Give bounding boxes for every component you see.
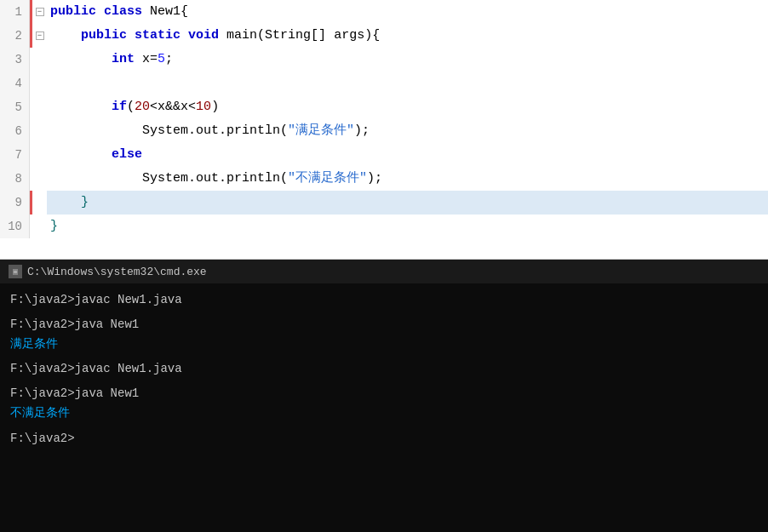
- token: if: [50, 100, 127, 114]
- collapse-icon[interactable]: −: [36, 31, 44, 40]
- line-gutter[interactable]: −: [30, 24, 47, 48]
- code-line-4: 4: [0, 72, 768, 95]
- line-content: System.out.println("不满足条件");: [47, 167, 768, 191]
- token: println: [226, 171, 280, 186]
- code-line-3: 3 int x=5;: [0, 48, 768, 72]
- token: &&: [165, 100, 181, 114]
- line-number: 5: [0, 95, 30, 119]
- line-content: public static void main(String[] args){: [47, 24, 768, 48]
- token: (: [280, 171, 288, 186]
- line-content: if(20<x&&x<10): [47, 95, 768, 119]
- terminal-line: F:\java2>javac New1.java: [10, 359, 758, 379]
- line-gutter: [30, 215, 47, 238]
- token: .out.: [188, 171, 226, 186]
- terminal-line: 满足条件: [10, 335, 758, 354]
- line-gutter: [30, 119, 47, 143]
- token: 5: [158, 52, 165, 66]
- token: args: [326, 28, 364, 43]
- line-gutter: [30, 143, 47, 167]
- terminal-body: F:\java2>javac New1.javaF:\java2>java Ne…: [0, 283, 768, 455]
- token: System: [50, 171, 188, 186]
- line-number: 1: [0, 0, 30, 24]
- code-lines: 1−public class New1{2− public static voi…: [0, 0, 768, 259]
- token: 20: [135, 100, 150, 114]
- token: .out.: [188, 123, 226, 138]
- code-line-1: 1−public class New1{: [0, 0, 768, 24]
- token: x: [142, 52, 150, 66]
- token: class: [104, 4, 150, 19]
- line-number: 9: [0, 191, 30, 215]
- line-content: }: [47, 215, 768, 238]
- token: ): [211, 100, 219, 114]
- code-line-8: 8 System.out.println("不满足条件");: [0, 167, 768, 191]
- token: ;: [165, 52, 173, 66]
- token: String: [265, 28, 311, 43]
- line-number: 2: [0, 24, 30, 48]
- token: main: [226, 28, 257, 43]
- code-line-10: 10}: [0, 215, 768, 238]
- token: ){: [364, 28, 380, 43]
- token: else: [50, 147, 142, 162]
- token: System: [50, 123, 188, 138]
- cmd-icon: ▣: [9, 265, 22, 278]
- line-content: int x=5;: [47, 48, 768, 72]
- line-number: 4: [0, 72, 30, 95]
- token: }: [50, 195, 89, 209]
- token: (: [127, 100, 135, 114]
- token: (: [280, 123, 288, 138]
- token: {: [181, 4, 188, 19]
- terminal-line: F:\java2>java New1: [10, 315, 758, 335]
- token: New1: [150, 4, 181, 19]
- token: []: [311, 28, 326, 43]
- line-gutter: [30, 95, 47, 119]
- token: int: [50, 52, 142, 66]
- terminal-line: 不满足条件: [10, 403, 758, 423]
- token: x: [181, 100, 188, 114]
- terminal-line: F:\java2>: [10, 429, 758, 449]
- line-content: else: [47, 143, 768, 167]
- line-gutter: [30, 72, 47, 95]
- code-editor: 1−public class New1{2− public static voi…: [0, 0, 768, 260]
- line-content: }: [47, 191, 768, 215]
- line-gutter[interactable]: −: [30, 0, 47, 24]
- token: static: [135, 28, 188, 43]
- line-content: System.out.println("满足条件");: [47, 119, 768, 143]
- terminal-title: C:\Windows\system32\cmd.exe: [27, 266, 207, 278]
- line-gutter: [30, 167, 47, 191]
- line-gutter: [30, 48, 47, 72]
- token: (: [257, 28, 265, 43]
- line-number: 6: [0, 119, 30, 143]
- terminal-titlebar: ▣ C:\Windows\system32\cmd.exe: [0, 260, 768, 283]
- token: );: [354, 123, 370, 138]
- token: <x: [150, 100, 165, 114]
- terminal-line: F:\java2>javac New1.java: [10, 290, 758, 310]
- line-content: public class New1{: [47, 0, 768, 24]
- code-line-6: 6 System.out.println("满足条件");: [0, 119, 768, 143]
- token: <: [188, 100, 196, 114]
- terminal-line: F:\java2>java New1: [10, 384, 758, 403]
- token: void: [188, 28, 226, 43]
- token: );: [367, 171, 382, 186]
- token: 10: [196, 100, 211, 114]
- code-line-9: 9 }: [0, 191, 768, 215]
- code-line-7: 7 else: [0, 143, 768, 167]
- line-number: 10: [0, 215, 30, 238]
- token: println: [226, 123, 280, 138]
- terminal-window: ▣ C:\Windows\system32\cmd.exe F:\java2>j…: [0, 260, 768, 532]
- line-number: 7: [0, 143, 30, 167]
- token: public: [50, 28, 135, 43]
- line-number: 3: [0, 48, 30, 72]
- code-line-2: 2− public static void main(String[] args…: [0, 24, 768, 48]
- token: }: [50, 219, 58, 233]
- token: "不满足条件": [288, 171, 367, 186]
- collapse-icon[interactable]: −: [36, 8, 44, 16]
- line-number: 8: [0, 167, 30, 191]
- code-line-5: 5 if(20<x&&x<10): [0, 95, 768, 119]
- line-content: [47, 72, 768, 95]
- line-gutter: [30, 191, 47, 215]
- token: "满足条件": [288, 123, 354, 138]
- token: =: [150, 52, 158, 66]
- token: public: [50, 4, 104, 19]
